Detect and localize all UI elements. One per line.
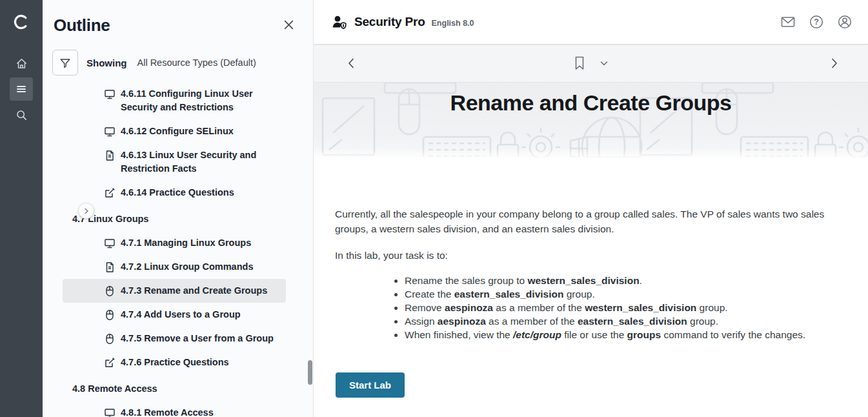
filter-label: Showing (86, 57, 127, 68)
outline-item[interactable]: 4.7.1 Managing Linux Groups (63, 231, 286, 255)
mouse-icon (104, 285, 116, 297)
edit-icon (104, 187, 116, 199)
bookmark-button[interactable] (571, 53, 588, 74)
outline-item[interactable]: 4.6.14 Practice Questions (63, 181, 286, 205)
collapse-outline-button[interactable] (78, 203, 94, 219)
start-lab-button[interactable]: Start Lab (336, 372, 405, 398)
task-item: Remove aespinoza as a member of the west… (405, 301, 837, 314)
outline-item-label: 4.6.11 Configuring Linux User Security a… (121, 87, 283, 114)
chevron-right-icon (83, 207, 90, 215)
document-icon (104, 150, 116, 161)
mouse-icon (104, 309, 116, 321)
previous-lesson-button[interactable] (343, 54, 359, 72)
lesson-title: Rename and Create Groups (314, 90, 868, 116)
c-logo-icon (12, 12, 31, 32)
filter-button[interactable] (52, 50, 78, 76)
bookmark-menu-button[interactable] (597, 57, 611, 69)
outline-item-label: 4.6.12 Configure SELinux (121, 125, 234, 138)
task-item: Create the eastern_sales_division group. (405, 287, 837, 301)
outline-item-label: 4.7.4 Add Users to a Group (121, 308, 241, 321)
svg-text:?: ? (814, 17, 819, 26)
messages-button[interactable] (779, 14, 797, 30)
home-button[interactable] (10, 52, 33, 75)
account-icon (837, 14, 853, 30)
chevron-left-icon (346, 57, 356, 70)
outline-list: 4.6.11 Configuring Linux User Security a… (43, 79, 313, 417)
outline-item[interactable]: 4.7.5 Remove a User from a Group (63, 327, 286, 351)
search-icon (15, 109, 28, 121)
outline-item-label: 4.7.1 Managing Linux Groups (121, 236, 251, 250)
course-title: Security Pro (354, 15, 425, 29)
task-item: Assign aespinoza as a member of the east… (405, 314, 837, 328)
bookmark-group (571, 53, 611, 74)
outline-item-label: 4.6.14 Practice Questions (121, 186, 234, 199)
outline-item[interactable]: 4.7.3 Rename and Create Groups (63, 279, 286, 303)
outline-item-label: 4.6.13 Linux User Security and Restricti… (121, 148, 283, 176)
outline-item-label: 4.8 Remote Access (72, 382, 157, 396)
menu-icon (15, 83, 27, 95)
filter-funnel-icon (59, 56, 72, 69)
left-rail (0, 0, 43, 417)
monitor-icon (104, 407, 116, 417)
outline-item-label: 4.7.2 Linux Group Commands (121, 260, 253, 274)
monitor-icon (104, 88, 116, 100)
chevron-right-icon (829, 57, 840, 70)
outline-button[interactable] (10, 77, 33, 101)
outline-scrollbar-thumb[interactable] (308, 360, 312, 385)
outline-title: Outline (54, 15, 110, 36)
mail-icon (780, 15, 796, 29)
help-icon: ? (809, 14, 824, 30)
document-icon (104, 261, 116, 273)
outline-section[interactable]: 4.8 Remote Access (63, 377, 286, 401)
lesson-banner: Rename and Create Groups (314, 83, 868, 158)
course-subtitle: English 8.0 (432, 19, 474, 28)
mouse-icon (104, 333, 116, 345)
lesson-nav-bar (314, 44, 868, 83)
account-button[interactable] (836, 13, 854, 31)
outline-item[interactable]: 4.6.12 Configure SELinux (63, 119, 286, 143)
app-logo[interactable] (12, 10, 31, 34)
outline-item-label: 4.7.5 Remove a User from a Group (121, 332, 274, 345)
main-content: Security Pro English 8.0 ? (314, 0, 868, 417)
task-intro: In this lab, your task is to: (335, 248, 837, 263)
monitor-icon (104, 238, 116, 249)
app-root: Outline Showing All Resource Types (Defa… (0, 0, 868, 417)
next-lesson-button[interactable] (827, 54, 842, 72)
close-icon (283, 19, 295, 31)
outline-item[interactable]: 4.6.11 Configuring Linux User Security a… (63, 82, 286, 119)
edit-icon (104, 357, 116, 369)
security-pro-logo-icon (331, 14, 348, 30)
lesson-body: Currently, all the salespeople in your c… (314, 158, 868, 417)
chevron-down-icon (600, 60, 609, 66)
task-item: When finished, view the /etc/group file … (405, 328, 837, 341)
outline-item[interactable]: 4.8.1 Remote Access (63, 401, 286, 417)
task-list: Rename the sales group to western_sales_… (335, 274, 837, 341)
outline-item[interactable]: 4.6.13 Linux User Security and Restricti… (63, 143, 286, 181)
header-actions: ? (779, 13, 854, 31)
outline-item-label: 4.8.1 Remote Access (121, 406, 214, 417)
outline-item[interactable]: 4.7.2 Linux Group Commands (63, 255, 286, 279)
filter-value[interactable]: All Resource Types (Default) (137, 57, 256, 68)
monitor-icon (104, 126, 116, 137)
outline-item[interactable]: 4.7.6 Practice Questions (63, 351, 286, 374)
outline-section[interactable]: 4.7 Linux Groups (63, 207, 286, 231)
home-icon (15, 57, 28, 70)
outline-panel: Outline Showing All Resource Types (Defa… (43, 0, 314, 417)
task-item: Rename the sales group to western_sales_… (405, 274, 837, 287)
bookmark-icon (574, 56, 585, 71)
outline-item-label: 4.7.3 Rename and Create Groups (121, 284, 267, 298)
close-outline-button[interactable] (281, 17, 296, 34)
outline-item[interactable]: 4.7.4 Add Users to a Group (63, 303, 286, 327)
course-header: Security Pro English 8.0 ? (314, 0, 868, 44)
filter-row: Showing All Resource Types (Default) (52, 50, 313, 76)
lesson-intro: Currently, all the salespeople in your c… (335, 207, 837, 236)
help-button[interactable]: ? (807, 13, 825, 31)
search-button[interactable] (10, 103, 33, 127)
outline-item-label: 4.7.6 Practice Questions (121, 356, 229, 369)
